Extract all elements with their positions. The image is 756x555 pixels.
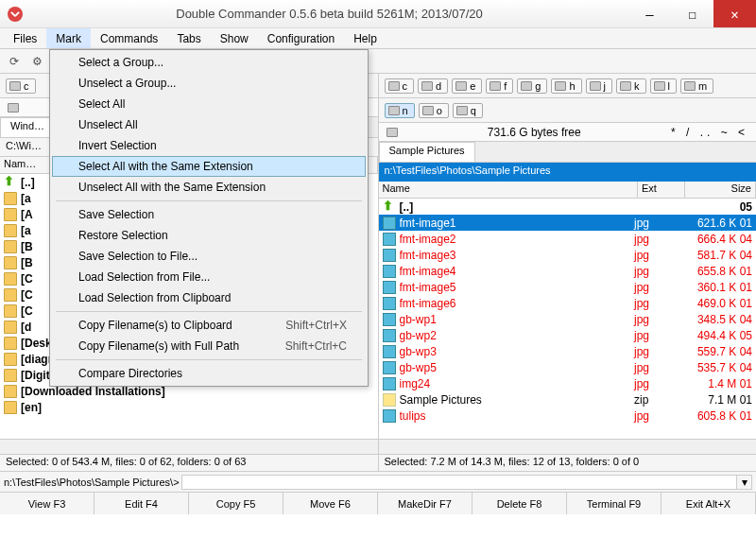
- cmdline-dropdown[interactable]: ▾: [737, 475, 752, 490]
- maximize-button[interactable]: [671, 0, 713, 27]
- right-freespace: 731.6 G bytes free * / .. ~ <: [379, 123, 757, 142]
- left-tab[interactable]: Wind…: [0, 117, 55, 137]
- drive-h[interactable]: h: [551, 78, 581, 94]
- right-drives-row2: noq: [379, 98, 757, 123]
- right-hscroll[interactable]: [379, 439, 757, 454]
- archive-icon: [383, 393, 396, 407]
- fkey-button[interactable]: MakeDir F7: [378, 493, 472, 514]
- menu-item[interactable]: Restore Selection: [52, 225, 366, 246]
- menu-item[interactable]: Compare Directories: [52, 363, 366, 384]
- tool-icon[interactable]: ⚙: [26, 51, 47, 72]
- drive-m[interactable]: m: [680, 78, 713, 94]
- menu-separator: [56, 311, 362, 312]
- drive-f[interactable]: f: [486, 78, 513, 94]
- file-row[interactable]: fmt-image6jpg469.0 K 01: [379, 295, 757, 311]
- menu-item[interactable]: Copy Filename(s) with Full PathShift+Ctr…: [52, 336, 366, 356]
- file-row[interactable]: fmt-image5jpg360.1 K 01: [379, 279, 757, 295]
- menu-item[interactable]: Select All with the Same Extension: [52, 156, 366, 177]
- folder-icon: [4, 401, 17, 414]
- menu-item[interactable]: Save Selection: [52, 204, 366, 225]
- folder-icon: [4, 304, 17, 318]
- menu-item[interactable]: Unselect a Group...: [52, 73, 366, 94]
- left-hscroll[interactable]: [0, 439, 378, 454]
- drive-o[interactable]: o: [419, 103, 449, 118]
- right-col-ext[interactable]: Ext: [638, 182, 685, 198]
- right-status: Selected: 7.2 M of 14.3 M, files: 12 of …: [379, 454, 757, 471]
- menu-mark[interactable]: Mark: [46, 28, 91, 48]
- refresh-icon[interactable]: ⟳: [4, 51, 25, 72]
- right-file-list[interactable]: [..] 05fmt-image1jpg621.6 K 01fmt-image2…: [379, 199, 757, 439]
- file-row[interactable]: gb-wp5jpg535.7 K 04: [379, 359, 757, 375]
- cmdline-input[interactable]: [181, 475, 737, 490]
- window-title: Double Commander 0.5.6 beta build 5261M;…: [30, 7, 628, 21]
- menu-item[interactable]: Select All: [52, 94, 366, 114]
- drive-j[interactable]: j: [586, 78, 612, 94]
- drive-k[interactable]: k: [616, 78, 646, 94]
- fkey-button[interactable]: Exit Alt+X: [662, 493, 756, 514]
- menu-bar: FilesMarkCommandsTabsShowConfigurationHe…: [0, 28, 756, 49]
- file-row[interactable]: img24jpg1.4 M 01: [379, 375, 757, 391]
- image-icon: [383, 281, 396, 294]
- file-row[interactable]: [..] 05: [379, 199, 757, 215]
- menu-item[interactable]: Save Selection to File...: [52, 246, 366, 267]
- menu-configuration[interactable]: Configuration: [258, 28, 344, 48]
- right-column-header: Name Ext Size: [379, 182, 757, 199]
- drive-c[interactable]: c: [6, 78, 36, 94]
- drive-g[interactable]: g: [517, 78, 547, 94]
- minimize-button[interactable]: [628, 0, 671, 27]
- menu-commands[interactable]: Commands: [91, 28, 167, 48]
- file-row[interactable]: [en]: [0, 399, 378, 415]
- image-icon: [383, 329, 396, 342]
- menu-tabs[interactable]: Tabs: [167, 28, 210, 48]
- file-row[interactable]: tulipsjpg605.8 K 01: [379, 408, 757, 424]
- menu-item[interactable]: Load Selection from File...: [52, 267, 366, 287]
- close-button[interactable]: [713, 0, 756, 27]
- menu-item[interactable]: Load Selection from Clipboard: [52, 287, 366, 308]
- drive-q[interactable]: q: [453, 103, 483, 118]
- image-icon: [383, 265, 396, 278]
- fkey-button[interactable]: Move F6: [284, 493, 378, 514]
- menu-item[interactable]: Unselect All with the Same Extension: [52, 177, 366, 198]
- folder-icon: [4, 337, 17, 350]
- menu-item[interactable]: Unselect All: [52, 114, 366, 135]
- right-tab[interactable]: Sample Pictures: [379, 142, 475, 162]
- file-row[interactable]: gb-wp1jpg348.5 K 04: [379, 311, 757, 327]
- right-col-name[interactable]: Name: [379, 182, 639, 198]
- fkey-button[interactable]: Copy F5: [189, 493, 284, 514]
- file-row[interactable]: fmt-image1jpg621.6 K 01: [379, 215, 757, 231]
- menu-show[interactable]: Show: [211, 28, 258, 48]
- file-row[interactable]: gb-wp2jpg494.4 K 05: [379, 327, 757, 343]
- file-row[interactable]: fmt-image2jpg666.4 K 04: [379, 231, 757, 247]
- drive-c[interactable]: c: [385, 78, 415, 94]
- folder-icon: [4, 385, 17, 398]
- file-row[interactable]: Sample Pictureszip7.1 M 01: [379, 391, 757, 408]
- folder-icon: [4, 224, 17, 237]
- file-row[interactable]: gb-wp3jpg559.7 K 04: [379, 343, 757, 359]
- image-icon: [383, 377, 396, 390]
- file-row[interactable]: fmt-image3jpg581.7 K 04: [379, 247, 757, 263]
- fkey-button[interactable]: Terminal F9: [567, 493, 662, 514]
- folder-icon: [4, 240, 17, 253]
- nav-buttons[interactable]: * / .. ~ <: [671, 126, 748, 139]
- right-panel: cdefghjklm noq 731.6 G bytes free * / ..…: [379, 74, 757, 471]
- menu-item[interactable]: Select a Group...: [52, 52, 366, 73]
- right-path-bar[interactable]: n:\TestFiles\Photos\Sample Pictures: [379, 163, 757, 182]
- app-icon: [8, 7, 23, 22]
- menu-files[interactable]: Files: [4, 28, 46, 48]
- drive-d[interactable]: d: [418, 78, 448, 94]
- fkey-button[interactable]: Edit F4: [94, 493, 189, 514]
- menu-help[interactable]: Help: [344, 28, 387, 48]
- right-col-size[interactable]: Size: [685, 182, 756, 198]
- image-icon: [383, 409, 396, 423]
- drive-n[interactable]: n: [385, 103, 415, 118]
- fkey-button[interactable]: View F3: [0, 493, 94, 514]
- menu-item[interactable]: Copy Filename(s) to ClipboardShift+Ctrl+…: [52, 315, 366, 336]
- drive-l[interactable]: l: [650, 78, 677, 94]
- menu-item[interactable]: Invert Selection: [52, 135, 366, 156]
- file-row[interactable]: fmt-image4jpg655.8 K 01: [379, 263, 757, 279]
- function-keys: View F3Edit F4Copy F5Move F6MakeDir F7De…: [0, 492, 756, 514]
- image-icon: [383, 217, 396, 230]
- fkey-button[interactable]: Delete F8: [472, 493, 567, 514]
- image-icon: [383, 361, 396, 374]
- drive-e[interactable]: e: [452, 78, 482, 94]
